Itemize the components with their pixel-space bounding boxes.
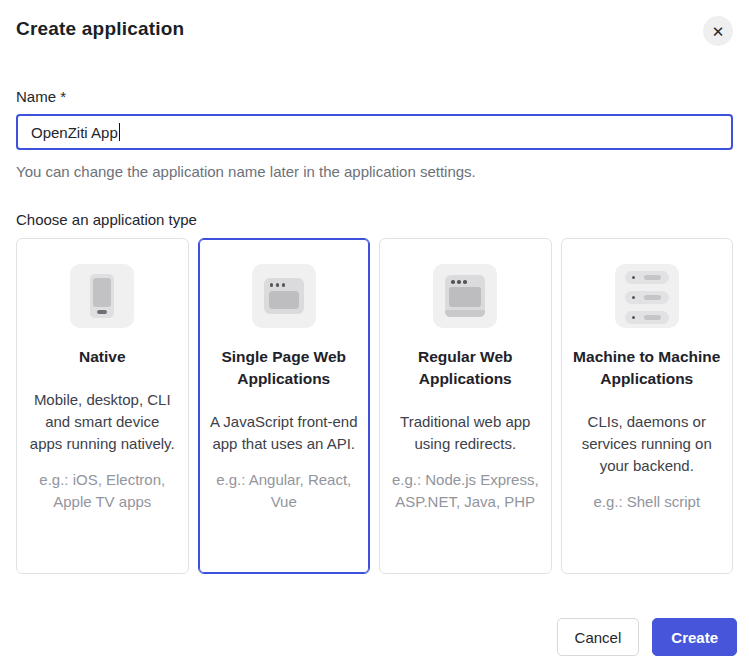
card-description: A JavaScript front-end app that uses an … [210, 411, 359, 455]
server-window-icon [433, 264, 497, 328]
create-application-dialog: Create application ✕ Name * OpenZiti App… [0, 0, 749, 574]
card-regular-web-applications[interactable]: Regular Web Applications Traditional web… [379, 238, 552, 574]
name-field-label: Name * [16, 88, 733, 105]
card-example: e.g.: Shell script [573, 491, 722, 513]
cancel-button[interactable]: Cancel [557, 618, 640, 656]
card-example: e.g.: iOS, Electron, Apple TV apps [28, 469, 177, 513]
dialog-title: Create application [16, 18, 184, 40]
application-name-input[interactable]: OpenZiti App [16, 114, 733, 150]
card-example: e.g.: Angular, React, Vue [210, 469, 359, 513]
card-title: Native [28, 346, 177, 368]
card-description: CLIs, daemons or services running on you… [573, 411, 722, 477]
card-example: e.g.: Node.js Express, ASP.NET, Java, PH… [391, 469, 540, 513]
dialog-footer: Cancel Create [557, 618, 737, 656]
close-button[interactable]: ✕ [703, 16, 733, 46]
mobile-phone-icon [70, 264, 134, 328]
application-name-value: OpenZiti App [31, 124, 118, 141]
card-single-page-web-applications[interactable]: Single Page Web Applications A JavaScrip… [198, 238, 371, 574]
server-list-icon [615, 264, 679, 328]
card-title: Single Page Web Applications [210, 346, 359, 390]
card-machine-to-machine-applications[interactable]: Machine to Machine Applications CLIs, da… [561, 238, 734, 574]
card-title: Regular Web Applications [391, 346, 540, 390]
dialog-header: Create application ✕ [16, 0, 733, 46]
close-icon: ✕ [712, 24, 725, 39]
create-button[interactable]: Create [652, 618, 737, 656]
application-type-label: Choose an application type [16, 211, 733, 228]
card-native[interactable]: Native Mobile, desktop, CLI and smart de… [16, 238, 189, 574]
text-cursor [119, 123, 121, 141]
card-description: Traditional web app using redirects. [391, 411, 540, 455]
application-type-cards: Native Mobile, desktop, CLI and smart de… [16, 238, 733, 574]
card-title: Machine to Machine Applications [573, 346, 722, 390]
browser-window-icon [252, 264, 316, 328]
card-description: Mobile, desktop, CLI and smart device ap… [28, 389, 177, 455]
name-helper-text: You can change the application name late… [16, 163, 733, 180]
